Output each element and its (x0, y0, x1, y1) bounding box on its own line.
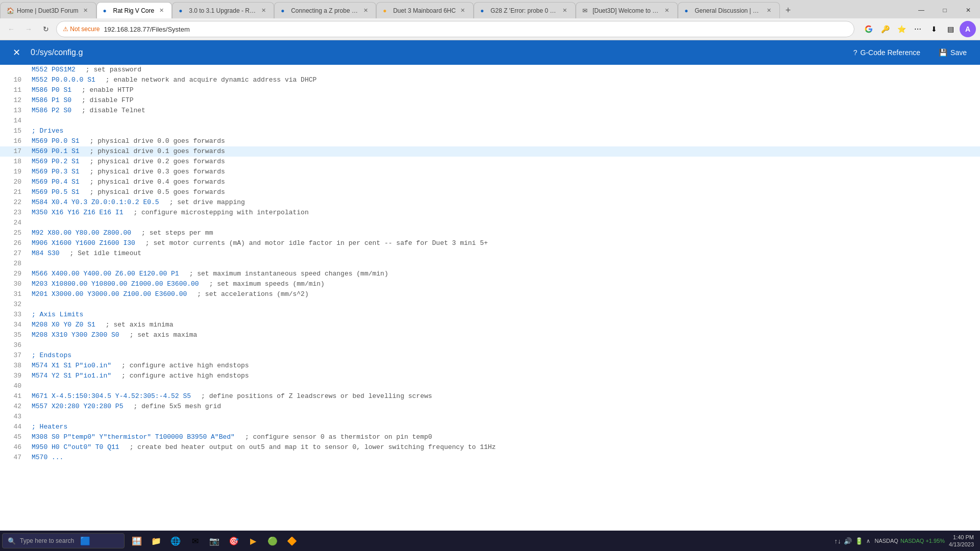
line-code: M586 P1 S0 (32, 95, 71, 106)
line-number: 37 (6, 350, 21, 361)
address-input[interactable]: ⚠ Not secure 192.168.128.77/Files/System (56, 21, 854, 37)
code-line-29[interactable]: 29M566 X400.00 Y400.00 Z6.00 E120.00 P1;… (0, 269, 980, 279)
code-line-26[interactable]: 26M906 X1600 Y1600 Z1600 I30; set motor … (0, 238, 980, 248)
code-line-19[interactable]: 19M569 P0.3 S1; physical drive 0.3 goes … (0, 167, 980, 177)
back-button[interactable]: ← (4, 22, 18, 36)
code-line-32[interactable]: 32 (0, 299, 980, 310)
code-line-47[interactable]: 47M570 ... (0, 453, 980, 463)
taskbar-app7[interactable]: 🟢 (263, 532, 282, 550)
code-line-22[interactable]: 22M584 X0.4 Y0.3 Z0.0:0.1:0.2 E0.5; set … (0, 197, 980, 208)
code-line-45[interactable]: 45M308 S0 P"temp0" Y"thermistor" T100000… (0, 432, 980, 442)
tab-ratrig[interactable]: ● Rat Rig V Core ✕ (96, 2, 173, 18)
tab-close-general[interactable]: ✕ (765, 7, 773, 15)
code-line-40[interactable]: 40 (0, 381, 980, 391)
code-line-17[interactable]: 17M569 P0.1 S1; physical drive 0.1 goes … (0, 146, 980, 157)
line-code: M552 P0.0.0.0 S1 (32, 75, 95, 85)
code-line-39[interactable]: 39M574 Y2 S1 P"io1.in"; configure active… (0, 371, 980, 381)
extension-star[interactable]: ⭐ (894, 22, 909, 36)
tab-close-home[interactable]: ✕ (82, 7, 90, 15)
taskbar-edge[interactable]: 🌐 (166, 532, 185, 550)
code-line-15[interactable]: 15; Drives (0, 126, 980, 136)
code-line-27[interactable]: 27M84 S30; Set idle timeout (0, 248, 980, 259)
expand-icon[interactable]: ∧ (866, 538, 870, 544)
tab-home[interactable]: 🏠 Home | Duet3D Forum ✕ (0, 2, 96, 18)
volume-icon[interactable]: 🔊 (844, 537, 852, 545)
profile-icon[interactable]: A (960, 21, 976, 37)
code-line-25[interactable]: 25M92 X80.00 Y80.00 Z800.00; set steps p… (0, 228, 980, 238)
code-line-36[interactable]: 36 (0, 340, 980, 350)
app-header: ✕ 0:/sys/config.g ? G-Code Reference 💾 S… (0, 40, 980, 65)
taskbar-mail[interactable]: ✉ (186, 532, 204, 550)
extension-settings[interactable]: ⋯ (911, 22, 925, 36)
code-line-30[interactable]: 30M203 X10800.00 Y10800.00 Z1000.00 E360… (0, 279, 980, 289)
taskbar-file-explorer[interactable]: 📁 (147, 532, 165, 550)
extension-google[interactable] (862, 22, 876, 36)
tab-upgrade[interactable]: ● 3.0 to 3.1 Upgrade - Rat R... ✕ (172, 2, 274, 18)
tab-mainboard[interactable]: ● Duet 3 Mainboard 6HC ✕ (376, 2, 474, 18)
tab-welcome[interactable]: ✉ [Duet3D] Welcome to Du... ✕ (576, 2, 678, 18)
line-comment: ; set maximum instantaneous speed change… (189, 269, 388, 279)
code-view[interactable]: M552 P0S1M2; set password10M552 P0.0.0.0… (0, 65, 980, 531)
code-line-0[interactable]: M552 P0S1M2; set password (0, 65, 980, 75)
tab-favicon-welcome: ✉ (582, 7, 590, 14)
taskbar-search[interactable]: 🔍 Type here to search 🟦 (2, 533, 125, 548)
line-comment: ; configure microstepping with interpola… (133, 208, 308, 218)
code-line-43[interactable]: 43 (0, 412, 980, 422)
code-line-37[interactable]: 37; Endstops (0, 350, 980, 361)
line-comment: ; set drive mapping (169, 197, 245, 208)
code-line-24[interactable]: 24 (0, 218, 980, 228)
extension-key[interactable]: 🔑 (878, 22, 892, 36)
reload-button[interactable]: ↻ (39, 22, 53, 36)
taskbar-app5[interactable]: 🎯 (225, 532, 243, 550)
tab-general[interactable]: ● General Discussion | Duet... ✕ (678, 2, 780, 18)
tab-close-upgrade[interactable]: ✕ (259, 7, 267, 15)
battery-icon[interactable]: 🔋 (855, 537, 863, 545)
tab-zprobe[interactable]: ● Connecting a Z probe | D... ✕ (274, 2, 376, 18)
network-icon[interactable]: ↑↓ (834, 537, 841, 545)
code-line-11[interactable]: 11M586 P0 S1; enable HTTP (0, 85, 980, 95)
code-line-13[interactable]: 13M586 P2 S0; disable Telnet (0, 106, 980, 116)
taskbar-app8[interactable]: 🔶 (283, 532, 301, 550)
new-tab-button[interactable]: + (780, 2, 796, 18)
code-editor[interactable]: M552 P0S1M2; set password10M552 P0.0.0.0… (0, 65, 980, 531)
code-line-33[interactable]: 33; Axis Limits (0, 310, 980, 320)
taskbar-start[interactable]: 🪟 (128, 532, 146, 550)
extension-download[interactable]: ⬇ (927, 22, 941, 36)
code-line-28[interactable]: 28 (0, 259, 980, 269)
taskbar-app6[interactable]: ▶ (244, 532, 262, 550)
header-close-button[interactable]: ✕ (8, 44, 24, 61)
code-line-42[interactable]: 42M557 X20:280 Y20:280 P5; define 5x5 me… (0, 402, 980, 412)
taskbar-time[interactable]: 1:40 PM 4/13/2023 (949, 534, 974, 548)
code-line-34[interactable]: 34M208 X0 Y0 Z0 S1; set axis minima (0, 320, 980, 330)
taskbar: 🔍 Type here to search 🟦 🪟 📁 🌐 ✉ 📷 🎯 ▶ 🟢 … (0, 531, 980, 551)
code-line-16[interactable]: 16M569 P0.0 S1; physical drive 0.0 goes … (0, 136, 980, 146)
code-line-21[interactable]: 21M569 P0.5 S1; physical drive 0.5 goes … (0, 187, 980, 197)
code-line-41[interactable]: 41M671 X-4.5:150:304.5 Y-4.52:305:-4.52 … (0, 391, 980, 402)
gcode-reference-button[interactable]: ? G-Code Reference (848, 45, 925, 60)
code-line-38[interactable]: 38M574 X1 S1 P"io0.in"; configure active… (0, 361, 980, 371)
minimize-button[interactable]: — (910, 2, 933, 18)
forward-button[interactable]: → (21, 22, 36, 36)
code-line-46[interactable]: 46M950 H0 C"out0" T0 Q11; create bed hea… (0, 442, 980, 453)
code-line-20[interactable]: 20M569 P0.4 S1; physical drive 0.4 goes … (0, 177, 980, 187)
code-line-10[interactable]: 10M552 P0.0.0.0 S1; enable network and a… (0, 75, 980, 85)
taskbar-photos[interactable]: 📷 (205, 532, 224, 550)
close-button[interactable]: ✕ (957, 2, 980, 18)
save-button[interactable]: 💾 Save (934, 45, 972, 60)
extension-sidebar[interactable]: ▤ (943, 22, 958, 36)
code-line-12[interactable]: 12M586 P1 S0; disable FTP (0, 95, 980, 106)
code-line-23[interactable]: 23M350 X16 Y16 Z16 E16 I1; configure mic… (0, 208, 980, 218)
code-line-35[interactable]: 35M208 X310 Y300 Z300 S0; set axis maxim… (0, 330, 980, 340)
tab-close-ratrig[interactable]: ✕ (157, 7, 165, 15)
maximize-button[interactable]: □ (933, 2, 957, 18)
tab-close-welcome[interactable]: ✕ (663, 7, 671, 15)
tab-close-mainboard[interactable]: ✕ (459, 7, 467, 15)
code-line-44[interactable]: 44; Heaters (0, 422, 980, 432)
tab-g28[interactable]: ● G28 Z 'Error: probe 0 not ... ✕ (474, 2, 576, 18)
line-code: ; Axis Limits (32, 310, 83, 320)
tab-close-zprobe[interactable]: ✕ (361, 7, 370, 15)
code-line-14[interactable]: 14 (0, 116, 980, 126)
tab-close-g28[interactable]: ✕ (561, 7, 569, 15)
code-line-31[interactable]: 31M201 X3000.00 Y3000.00 Z100.00 E3600.0… (0, 289, 980, 299)
code-line-18[interactable]: 18M569 P0.2 S1; physical drive 0.2 goes … (0, 157, 980, 167)
